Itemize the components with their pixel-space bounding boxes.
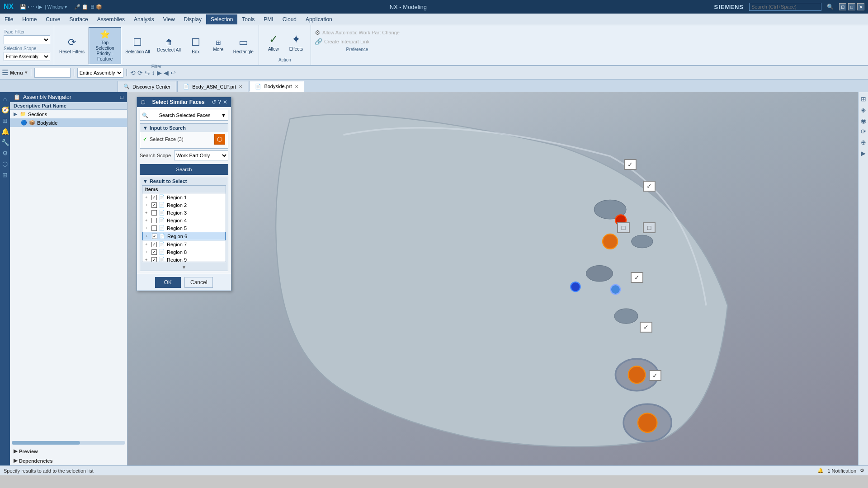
right-icon-5[interactable]: ⊕: [859, 137, 868, 147]
top-selection-priority-btn[interactable]: ⭐ Top Selection Priority - Feature: [89, 27, 121, 64]
search-button[interactable]: Search: [140, 164, 228, 175]
search-mode-dropdown[interactable]: 🔍 Search Selected Faces ▼: [140, 110, 228, 121]
result-item-region1[interactable]: + ✓ 📄 Region 1: [142, 193, 226, 201]
dialog-close-btn[interactable]: ✕: [223, 99, 227, 105]
box-btn[interactable]: ☐ Box: [185, 34, 207, 57]
result-item-region9[interactable]: + ✓ 📄 Region 9: [142, 256, 226, 262]
menu-hamburger[interactable]: ☰: [2, 68, 8, 77]
deselect-all-btn[interactable]: 🗑 Deselect All: [154, 36, 184, 55]
select-all-btn[interactable]: ☐ Selection All: [122, 34, 153, 57]
menu-analysis[interactable]: Analysis: [129, 14, 159, 24]
type-filter-select[interactable]: [4, 35, 50, 44]
result-item-region2[interactable]: + ✓ 📄 Region 2: [142, 201, 226, 209]
toolbar2-input[interactable]: [34, 68, 71, 78]
nav-section-dependencies[interactable]: ▶ Dependencies: [10, 456, 127, 465]
rectangle-btn[interactable]: ▭ Rectangle: [230, 34, 257, 57]
nav-minimize[interactable]: □: [120, 94, 123, 100]
assembly-select[interactable]: Entire Assembly: [77, 68, 123, 78]
region3-checkbox[interactable]: [151, 210, 157, 216]
left-icon-nav[interactable]: 🧭: [0, 105, 10, 115]
dialog-help-btn[interactable]: ?: [218, 99, 221, 105]
menu-pmi[interactable]: PMI: [259, 14, 278, 24]
cancel-button[interactable]: Cancel: [184, 277, 213, 288]
tab-body-asm[interactable]: 📄 Body_ASM_CLP.prt ✕: [177, 81, 248, 92]
toolbar2-btn3[interactable]: ⇆: [145, 69, 150, 76]
sections-icon: 📁: [20, 111, 26, 117]
search-scope-select[interactable]: Work Part Only Entire Assembly Display P…: [174, 150, 228, 160]
ok-button[interactable]: OK: [155, 277, 181, 288]
region2-checkbox[interactable]: ✓: [151, 202, 157, 208]
scope-select[interactable]: Entire Assembly: [4, 52, 50, 61]
select-face-icon-btn[interactable]: ⬡: [214, 134, 225, 145]
region1-checkbox[interactable]: ✓: [151, 195, 157, 200]
right-icon-1[interactable]: ⊞: [859, 94, 868, 104]
region4-checkbox[interactable]: [151, 218, 157, 223]
tab-bodyside-close[interactable]: ✕: [295, 84, 298, 89]
close-icon[interactable]: ✕: [857, 3, 864, 10]
tab-discovery-center[interactable]: 🔍 Discovery Center: [118, 81, 176, 92]
window-controls[interactable]: ⊡ □ ✕: [839, 3, 864, 10]
menu-file[interactable]: File: [0, 14, 18, 24]
region5-checkbox[interactable]: [151, 225, 157, 231]
result-item-region8[interactable]: + ✓ 📄 Region 8: [142, 248, 226, 256]
right-icon-6[interactable]: ▶: [859, 148, 867, 158]
menu-surface[interactable]: Surface: [65, 14, 92, 24]
region7-checkbox[interactable]: ✓: [151, 242, 157, 247]
toolbar2-btn6[interactable]: ◀: [164, 69, 169, 76]
tab-bodyside[interactable]: 📄 Bodyside.prt ✕: [249, 81, 304, 92]
right-icon-4[interactable]: ⟳: [859, 127, 868, 136]
region8-checkbox[interactable]: ✓: [151, 249, 157, 255]
result-item-region4[interactable]: + 📄 Region 4: [142, 216, 226, 224]
toolbar2-btn5[interactable]: ▶: [157, 69, 162, 76]
menu-display[interactable]: Display: [179, 14, 206, 24]
toolbar2-btn7[interactable]: ↩: [170, 69, 176, 76]
result-item-region3[interactable]: + 📄 Region 3: [142, 209, 226, 216]
right-icon-strip: ⊞ ◈ ◉ ⟳ ⊕ ▶: [858, 92, 868, 465]
more-btn[interactable]: ⊞ More: [208, 37, 229, 55]
menu-view[interactable]: View: [159, 14, 179, 24]
region9-checkbox[interactable]: ✓: [151, 257, 157, 263]
menu-curve[interactable]: Curve: [41, 14, 65, 24]
menu-cloud[interactable]: Cloud: [278, 14, 301, 24]
effects-btn[interactable]: ✦ Effects: [285, 31, 307, 54]
menu-tools[interactable]: Tools: [237, 14, 259, 24]
right-icon-3[interactable]: ◉: [859, 116, 868, 126]
nav-section-preview[interactable]: ▶ Preview: [10, 446, 127, 456]
left-icon-home[interactable]: ⌂: [2, 94, 8, 104]
left-icon-grid[interactable]: ⊞: [1, 170, 9, 180]
left-icon-cube[interactable]: ⬡: [1, 159, 9, 169]
region3-label: Region 3: [167, 210, 187, 216]
region6-checkbox[interactable]: ✓: [152, 234, 157, 239]
search-input[interactable]: [749, 3, 821, 11]
menu-assemblies[interactable]: Assemblies: [93, 14, 129, 24]
left-icon-wrench[interactable]: 🔧: [0, 137, 10, 147]
reset-filters-btn[interactable]: ⟳ Reset Filters: [56, 34, 88, 57]
menu-application[interactable]: Application: [301, 14, 337, 24]
toolbar2-btn2[interactable]: ⟳: [137, 69, 143, 76]
left-icon-layers[interactable]: ⊞: [1, 116, 9, 126]
result-header[interactable]: ▼ Result to Select: [140, 177, 228, 185]
check-box-2: ✓: [643, 181, 656, 192]
dialog-refresh-btn[interactable]: ↺: [212, 99, 216, 105]
left-icon-gear[interactable]: ⚙: [1, 148, 9, 158]
menu-selection[interactable]: Selection: [206, 14, 237, 24]
right-icon-2[interactable]: ◈: [859, 105, 867, 115]
restore-icon[interactable]: ⊡: [839, 3, 846, 10]
toolbar2-btn1[interactable]: ⟲: [130, 69, 136, 76]
menu-home[interactable]: Home: [18, 14, 41, 24]
search-icon[interactable]: 🔍: [827, 4, 834, 10]
toolbar2-btn4[interactable]: ↕: [152, 69, 155, 76]
result-item-region6[interactable]: + ✓ 📄 Region 6: [142, 232, 226, 240]
nav-item-sections[interactable]: ▶ 📁 Sections: [10, 110, 127, 118]
nav-item-bodyside[interactable]: 🔵 📦 Bodyside: [10, 118, 127, 127]
maximize-icon[interactable]: □: [848, 3, 855, 10]
tab-body-close[interactable]: ✕: [239, 84, 242, 89]
allow-btn[interactable]: ✓ Allow: [263, 31, 284, 54]
result-item-region7[interactable]: + ✓ 📄 Region 7: [142, 240, 226, 248]
result-item-region5[interactable]: + 📄 Region 5: [142, 224, 226, 232]
allow-auto-btn[interactable]: ⚙ Allow Automatic Work Part Change: [315, 29, 400, 36]
viewport-3d[interactable]: ✓ ✓ □ □ ✓ ✓ ✓ ⬡ Select: [127, 92, 858, 465]
create-interpart-btn[interactable]: 🔗 Create Interpart Link: [315, 38, 400, 45]
input-section-header[interactable]: ▼ Input to Search: [140, 124, 228, 132]
left-icon-bell[interactable]: 🔔: [0, 127, 10, 136]
